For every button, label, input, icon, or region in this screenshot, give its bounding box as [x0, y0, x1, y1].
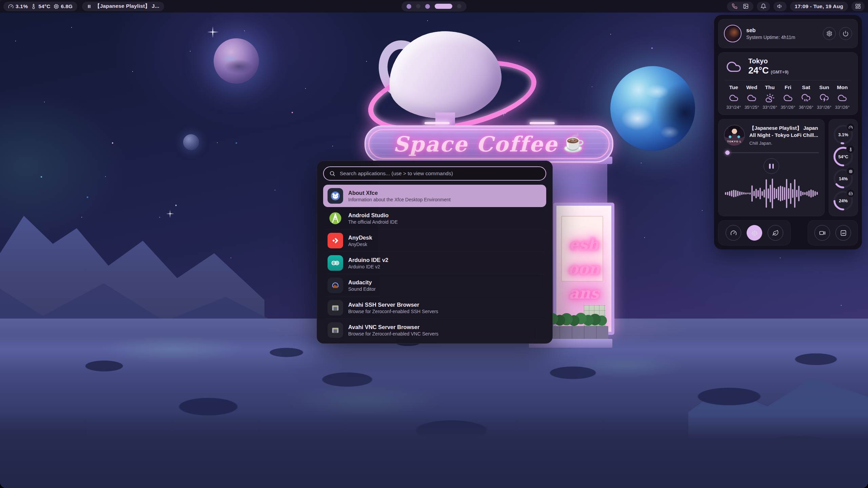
forecast-day: Wed35°/25° [743, 84, 761, 110]
workspace-dot-empty[interactable] [457, 4, 461, 8]
sidebar-bottom-row [718, 220, 858, 245]
weather-card: Tokyo 24°C (GMT+9) Tue33°/24° Wed35°/25°… [718, 52, 858, 115]
forecast-day: Sat36°/26° [797, 84, 815, 110]
thermometer-icon [846, 145, 855, 154]
now-playing: TOKYO L 【Japanese Playlist】 Japan All Ni… [724, 124, 819, 146]
anydesk-icon [328, 233, 343, 248]
balanced-mode-button[interactable] [747, 225, 762, 241]
window-neon-text: ans [569, 285, 599, 301]
android-studio-icon [328, 210, 343, 226]
music-player-card: TOKYO L 【Japanese Playlist】 Japan All Ni… [718, 119, 825, 216]
search-icon [329, 170, 335, 177]
temperature-gauge: 54°C [833, 146, 854, 167]
neon-sign-text: Space Coffee [393, 132, 558, 157]
user-name: seb [746, 27, 795, 34]
progress-knob[interactable] [725, 150, 730, 155]
network-port-icon [328, 322, 343, 338]
workspace-dot-occupied[interactable] [425, 4, 430, 9]
user-info: seb System Uptime: 4h11m [746, 27, 795, 40]
app-row-avahi-vnc[interactable]: Avahi VNC Server BrowserBrowse for Zeroc… [323, 319, 546, 341]
forecast-day: Mon33°/26° [833, 84, 851, 110]
seek-bar[interactable] [724, 150, 819, 155]
track-title: 【Japanese Playlist】 Japan All Night - To… [749, 124, 819, 139]
search-bar[interactable] [323, 166, 546, 181]
powersave-mode-button[interactable] [768, 225, 783, 241]
clock-text: 17:09 - Tue, 19 Aug [795, 3, 843, 9]
search-input[interactable] [339, 170, 540, 177]
neon-sign: Space Coffee ☕ [364, 125, 613, 163]
workspace-dot-empty[interactable] [416, 4, 420, 8]
disk-gauge: 24% [833, 190, 854, 211]
bell-icon [761, 3, 766, 9]
phone-icon[interactable] [732, 3, 737, 9]
workspace-dot-occupied[interactable] [407, 4, 411, 9]
app-row-arduino[interactable]: Arduino IDE v2Arduino IDE v2 [323, 252, 546, 274]
temp-stat: 54°C [31, 3, 50, 9]
storm-cloud-icon [815, 93, 833, 103]
window-neon-text: esh [569, 237, 599, 252]
speaker-icon [777, 3, 783, 9]
settings-button[interactable] [823, 27, 836, 40]
cloud-icon [725, 93, 743, 103]
divider [725, 80, 851, 80]
topbar-left: 3.1% 54°C 6.8G 【Japanese Playlist】 J... [3, 2, 164, 11]
topbar-right: 17:09 - Tue, 19 Aug [727, 2, 865, 11]
forecast-day: Sun33°/26° [815, 84, 833, 110]
cloud-icon [743, 93, 761, 103]
foreground-dune [0, 413, 868, 488]
app-row-about-xfce[interactable]: About XfceInformation about the Xfce Des… [323, 185, 546, 207]
weather-temp: 24°C [748, 65, 769, 76]
cloud-icon [779, 93, 797, 103]
overview-pill[interactable] [851, 2, 865, 11]
performance-mode-button[interactable] [726, 225, 741, 241]
screenshot-button[interactable] [835, 225, 851, 241]
clock-pill[interactable]: 17:09 - Tue, 19 Aug [790, 2, 848, 11]
sun-cloud-icon [761, 93, 779, 103]
cpu-gauge: 3.1% [833, 124, 854, 145]
coffee-cup-glyph-icon: ☕ [563, 133, 585, 153]
seek-track [724, 152, 819, 153]
small-moon [183, 134, 199, 150]
workspace-dot-active[interactable] [435, 4, 452, 9]
screen-record-button[interactable] [814, 225, 830, 241]
app-text: Android StudioThe official Android IDE [348, 211, 398, 225]
capture-card [808, 220, 858, 245]
grid-icon [855, 3, 861, 9]
media-row: TOKYO L 【Japanese Playlist】 Japan All Ni… [718, 119, 858, 216]
memory-value: 6.8G [61, 3, 73, 9]
volume-pill[interactable] [773, 2, 787, 11]
temp-value: 54°C [38, 3, 50, 9]
disk-icon [846, 189, 855, 198]
wallpaper-icon[interactable] [743, 3, 749, 9]
album-art: TOKYO L [724, 125, 745, 146]
app-row-anydesk[interactable]: AnyDeskAnyDesk [323, 229, 546, 252]
app-row-android-studio[interactable]: Android StudioThe official Android IDE [323, 207, 546, 229]
system-gauges-card: 3.1% 54°C 14% 24% [829, 119, 858, 216]
forecast-row: Tue33°/24° Wed35°/25° Thu33°/26° Fri35°/… [725, 84, 851, 110]
pause-icon [87, 4, 92, 9]
app-text: Avahi VNC Server BrowserBrowse for Zeroc… [348, 323, 438, 337]
app-row-avahi-ssh[interactable]: Avahi SSH Server BrowserBrowse for Zeroc… [323, 297, 546, 319]
user-card: seb System Uptime: 4h11m [718, 19, 858, 48]
gauge-icon [846, 123, 855, 131]
album-art-text: TOKYO L [725, 140, 744, 143]
app-row-audacity[interactable]: AudacitySound Editor [323, 274, 546, 297]
pause-icon [769, 164, 771, 169]
gear-icon [826, 30, 832, 37]
pause-button[interactable] [764, 158, 779, 174]
audio-visualizer [724, 176, 819, 211]
sign-light [425, 122, 450, 124]
notifications-pill[interactable] [757, 2, 770, 11]
chip-icon [54, 4, 59, 9]
rain-cloud-icon [797, 93, 815, 103]
star-sparkle [212, 26, 213, 38]
window-neon-text: oon [568, 261, 600, 277]
app-text: Arduino IDE v2Arduino IDE v2 [348, 256, 388, 270]
system-uptime: System Uptime: 4h11m [746, 35, 795, 40]
media-pill[interactable]: 【Japanese Playlist】 J... [82, 2, 164, 11]
leaf-icon [772, 230, 779, 236]
cloud-icon [833, 93, 851, 103]
gauge-icon [730, 230, 737, 236]
cpu-stat: 3.1% [8, 3, 28, 9]
power-button[interactable] [839, 27, 852, 40]
